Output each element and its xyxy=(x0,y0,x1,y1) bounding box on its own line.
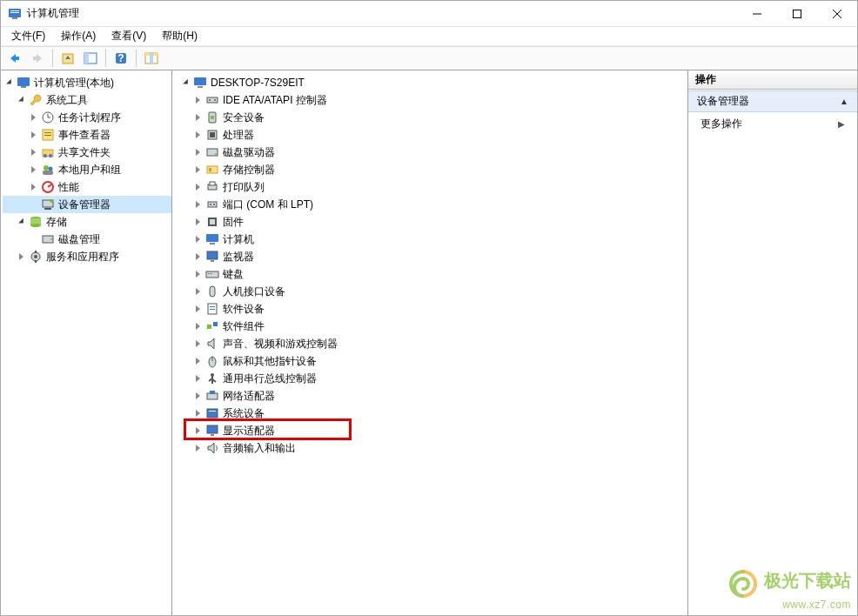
menu-file[interactable]: 文件(F) xyxy=(4,27,52,45)
tree-device-manager[interactable]: 设备管理器 xyxy=(3,196,171,213)
properties-button[interactable] xyxy=(141,49,162,68)
minimize-button[interactable] xyxy=(737,1,777,27)
wrench-icon xyxy=(29,93,43,107)
device-hid[interactable]: 人机接口设备 xyxy=(174,283,687,300)
svg-rect-48 xyxy=(35,260,37,263)
storage-icon xyxy=(29,215,43,229)
app-icon xyxy=(8,7,22,21)
svg-rect-90 xyxy=(207,393,218,399)
device-system_dev[interactable]: 系统设备 xyxy=(174,405,687,422)
app-window: 计算机管理 文件(F) 操作(A) 查看(V) 帮助(H) ? xyxy=(0,0,858,616)
svg-rect-15 xyxy=(84,53,89,64)
svg-rect-80 xyxy=(210,309,215,310)
ide-icon xyxy=(205,93,219,107)
svg-point-52 xyxy=(209,99,211,101)
device-audio_io[interactable]: 音频输入和输出 xyxy=(174,439,687,457)
software_dev-icon xyxy=(205,302,219,316)
device-audio_game[interactable]: 声音、视频和游戏控制器 xyxy=(174,335,687,352)
svg-rect-49 xyxy=(194,77,206,85)
tree-services-apps[interactable]: 服务和应用程序 xyxy=(3,248,171,265)
device-ide[interactable]: IDE ATA/ATAPI 控制器 xyxy=(174,91,687,109)
device-software_dev[interactable]: 软件设备 xyxy=(174,300,687,318)
device-display[interactable]: 显示适配器 xyxy=(174,422,687,439)
actions-more[interactable]: 更多操作 ▶ xyxy=(688,112,857,136)
svg-rect-69 xyxy=(206,234,218,242)
svg-rect-76 xyxy=(211,273,212,274)
disk_drives-icon xyxy=(205,145,219,159)
svg-rect-74 xyxy=(208,273,209,274)
device-storage_ctrl[interactable]: 存储控制器 xyxy=(174,161,687,178)
svg-point-66 xyxy=(213,204,215,205)
device-software_comp[interactable]: 软件组件 xyxy=(174,318,687,335)
device-ports[interactable]: 端口 (COM 和 LPT) xyxy=(174,196,687,213)
mouse-icon xyxy=(205,354,219,368)
svg-point-31 xyxy=(49,154,52,157)
svg-point-53 xyxy=(214,99,216,101)
svg-rect-60 xyxy=(207,166,218,173)
tree-storage[interactable]: 存储 xyxy=(3,213,171,231)
device-computer[interactable]: 计算机 xyxy=(174,231,687,248)
svg-rect-63 xyxy=(210,182,215,185)
back-button[interactable] xyxy=(4,49,25,68)
device-manager-icon xyxy=(41,198,55,211)
help-button[interactable]: ? xyxy=(111,49,131,68)
monitor-icon xyxy=(205,250,219,264)
svg-text:?: ? xyxy=(117,52,124,64)
menu-action[interactable]: 操作(A) xyxy=(54,27,103,45)
system_dev-icon xyxy=(205,406,219,420)
tree-local-users[interactable]: 本地用户和组 xyxy=(3,161,171,178)
ports-icon xyxy=(205,198,219,211)
svg-rect-9 xyxy=(15,57,19,60)
tree-system-tools[interactable]: 系统工具 xyxy=(3,91,171,109)
svg-rect-5 xyxy=(794,10,801,17)
svg-rect-71 xyxy=(207,251,218,259)
actions-section[interactable]: 设备管理器 ▲ xyxy=(688,90,857,112)
maximize-button[interactable] xyxy=(777,1,817,27)
svg-rect-34 xyxy=(43,171,53,175)
svg-rect-68 xyxy=(210,219,215,224)
device-keyboard[interactable]: 键盘 xyxy=(174,265,687,283)
svg-marker-96 xyxy=(208,443,214,453)
toolbar: ? xyxy=(1,46,857,70)
device-network[interactable]: 网络适配器 xyxy=(174,387,687,405)
tree-task-scheduler[interactable]: 任务计划程序 xyxy=(3,109,171,126)
svg-rect-91 xyxy=(210,391,215,394)
device-security[interactable]: 安全设备 xyxy=(174,109,687,126)
actions-pane: 操作 设备管理器 ▲ 更多操作 ▶ xyxy=(688,70,857,615)
users-icon xyxy=(41,163,55,177)
close-button[interactable] xyxy=(817,1,857,27)
menu-view[interactable]: 查看(V) xyxy=(104,27,153,45)
svg-rect-70 xyxy=(210,243,215,244)
device-firmware[interactable]: 固件 xyxy=(174,213,687,231)
device-print_queue[interactable]: 打印队列 xyxy=(174,178,687,196)
device-cpu[interactable]: 处理器 xyxy=(174,126,687,144)
display-icon xyxy=(205,424,219,438)
device-root[interactable]: DESKTOP-7S29EIT xyxy=(174,74,687,91)
cpu-icon xyxy=(205,128,219,142)
computer-management-icon xyxy=(17,76,30,90)
svg-point-65 xyxy=(210,204,211,205)
computer-icon xyxy=(193,76,207,90)
tree-disk-management[interactable]: 磁盘管理 xyxy=(3,231,171,248)
clock-icon xyxy=(41,110,55,124)
svg-rect-64 xyxy=(208,202,217,207)
disk-icon xyxy=(41,232,55,246)
forward-button[interactable] xyxy=(27,49,48,68)
tree-performance[interactable]: 性能 xyxy=(3,178,171,196)
device-tree-pane: DESKTOP-7S29EIT IDE ATA/ATAPI 控制器安全设备处理器… xyxy=(172,70,688,615)
tree-root[interactable]: 计算机管理(本地) xyxy=(3,74,171,91)
svg-line-36 xyxy=(48,184,51,187)
audio_io-icon xyxy=(205,441,219,455)
svg-rect-75 xyxy=(210,273,211,274)
device-disk_drives[interactable]: 磁盘驱动器 xyxy=(174,144,687,161)
device-monitor[interactable]: 监视器 xyxy=(174,248,687,265)
tree-shared-folders[interactable]: 共享文件夹 xyxy=(3,144,171,161)
performance-icon xyxy=(41,180,55,194)
show-hide-tree-button[interactable] xyxy=(80,49,101,68)
tree-event-viewer[interactable]: 事件查看器 xyxy=(3,126,171,144)
up-button[interactable] xyxy=(57,49,78,68)
device-mouse[interactable]: 鼠标和其他指针设备 xyxy=(174,352,687,370)
menu-help[interactable]: 帮助(H) xyxy=(155,27,204,45)
device-usb[interactable]: 通用串行总线控制器 xyxy=(174,370,687,387)
storage_ctrl-icon xyxy=(205,163,219,177)
